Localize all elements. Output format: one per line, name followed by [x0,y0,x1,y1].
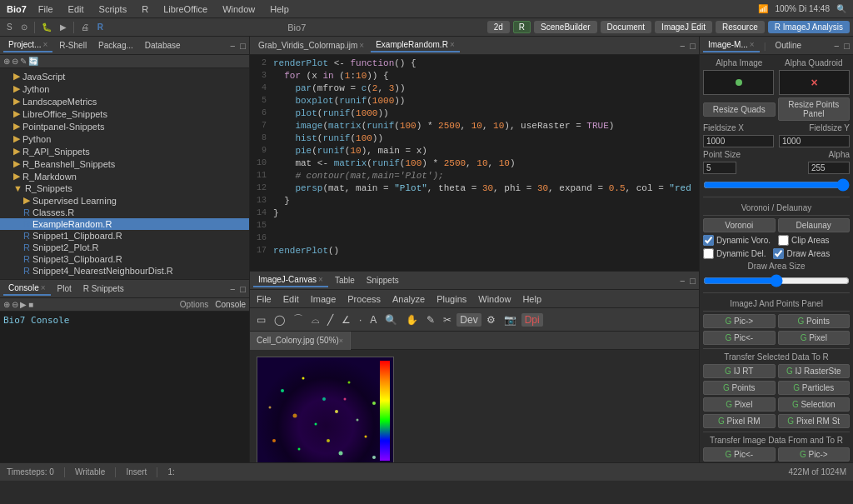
draw-area-slider[interactable] [703,274,850,287]
tree-item-r-beanshell[interactable]: ▶ R_Beanshell_Snippets [0,157,249,170]
tree-item-jython[interactable]: ▶ Jython [0,82,249,95]
ij-tool-dev[interactable]: Dev [456,313,481,327]
sys-btn-o[interactable]: ⊙ [17,22,31,32]
tab-example-random[interactable]: ExampleRandom.R × [371,38,460,52]
tree-item-r-snippets[interactable]: ▼ R_Snippets [0,182,249,194]
console-maximize[interactable]: □ [240,284,246,294]
ij-tool-pencil[interactable]: ✎ [423,312,438,327]
console-btn-2[interactable]: ⊖ [12,300,18,309]
sys-btn-print[interactable]: 🖨 [77,22,92,32]
tree-item-libreoffice[interactable]: ▶ LibreOffice_Snippets [0,107,249,120]
clip-areas-check[interactable] [778,235,789,246]
menu-scripts[interactable]: Scripts [92,2,134,16]
ij-tool-gear[interactable]: ⚙ [483,312,499,327]
ij-rasterste-btn[interactable]: G IJ RasterSte [778,364,851,378]
resize-quads-btn[interactable]: Resize Quads [703,102,776,117]
ij-menu-analyze[interactable]: Analyze [389,292,428,306]
menu-help[interactable]: Help [263,2,296,16]
menu-window[interactable]: Window [216,2,262,16]
tab-rshell[interactable]: R-Shell [54,39,92,52]
panel-minimize[interactable]: − [230,41,235,51]
console-options[interactable]: Options [180,300,208,309]
ij-tool-angle[interactable]: ∠ [338,312,354,327]
tab-image-m[interactable]: Image-M... × [703,38,760,52]
canvas-minimize[interactable]: − [680,276,685,286]
editor-maximize[interactable]: □ [690,41,696,51]
alpha-slider[interactable] [703,178,850,192]
console-btn-stop[interactable]: ■ [28,300,33,309]
tab-grab-viridis[interactable]: Grab_Viridis_Colormap.ijm × [253,39,369,52]
tab-document[interactable]: Document [601,21,652,33]
ij-tool-freehand[interactable]: ⌓ [308,312,322,327]
ij-menu-edit[interactable]: Edit [280,292,302,306]
tab-packag[interactable]: Packag... [93,39,138,52]
editor-minimize[interactable]: − [680,41,685,51]
tree-item-javascript[interactable]: ▶ JavaScript [0,70,249,82]
panel-maximize[interactable]: □ [240,41,246,51]
sys-btn-r[interactable]: R [94,22,107,32]
ij-tool-text[interactable]: A [367,312,380,327]
tab-database[interactable]: Database [140,39,186,52]
tree-item-supervised[interactable]: ▶ Supervised Learning [0,194,249,207]
alpha-input[interactable] [808,162,850,174]
right-minimize[interactable]: − [834,41,839,51]
draw-areas-check[interactable] [773,248,784,259]
pixel-rm-btn[interactable]: G Pixel RM [703,414,776,428]
tab-r-snippets[interactable]: R Snippets [78,282,129,295]
sys-btn-run[interactable]: ▶ [57,22,70,32]
tab-scenebuilder[interactable]: SceneBuilder [534,21,596,33]
fieldsize-y-input[interactable] [779,135,850,147]
particles-btn[interactable]: G Particles [778,381,851,395]
ij-rt-btn[interactable]: G IJ RT [703,364,776,378]
ij-menu-process[interactable]: Process [344,292,384,306]
ij-tool-point[interactable]: · [356,312,365,327]
point-size-input[interactable] [703,162,736,174]
ij-tool-camera[interactable]: 📷 [501,312,520,327]
tree-item-snippet1[interactable]: R Snippet1_Clipboard.R [0,230,249,242]
fieldsize-x-input[interactable] [703,135,774,147]
pic-left-btn[interactable]: G Pic<- [703,331,776,345]
ij-menu-file[interactable]: File [253,292,275,306]
sys-btn-bug[interactable]: 🐛 [38,22,55,32]
tab-snippets[interactable]: Snippets [362,274,404,287]
tree-item-landscapemetrics[interactable]: ▶ LandscapeMetrics [0,95,249,107]
ij-tool-oval[interactable]: ◯ [271,312,288,327]
ij-tool-poly[interactable]: ⌒ [290,311,307,328]
project-btn-1[interactable]: ⊕ [3,57,10,66]
right-maximize[interactable]: □ [844,41,850,51]
tab-outline[interactable]: Outline [771,39,807,52]
pic-left-2-btn[interactable]: G Pic<- [703,447,776,462]
tree-item-r-api[interactable]: ▶ R_API_Snippets [0,145,249,157]
canvas-maximize[interactable]: □ [690,276,696,286]
ij-menu-window[interactable]: Window [475,292,514,306]
points-btn-2[interactable]: G Points [703,381,776,395]
tab-2d[interactable]: 2d [487,21,510,33]
ij-tool-line[interactable]: ╱ [324,312,337,327]
menu-file[interactable]: File [32,2,60,16]
tab-console[interactable]: Console × [3,282,51,296]
tree-item-snippet2[interactable]: R Snippet2_Plot.R [0,242,249,253]
project-btn-4[interactable]: 🔄 [28,57,38,66]
tab-r-imagej[interactable]: R ImageJ Analysis [768,21,850,33]
project-btn-2[interactable]: ⊖ [12,57,18,66]
tab-resource[interactable]: Resource [716,21,765,33]
voronoi-btn[interactable]: Voronoi [703,218,776,232]
points-btn-1[interactable]: G Points [778,314,851,328]
ij-menu-plugins[interactable]: Plugins [433,292,470,306]
tab-project[interactable]: Project... × [3,38,52,52]
pic-right-2-btn[interactable]: G Pic-> [778,447,851,462]
menu-libreoffice[interactable]: LibreOffice [157,2,214,16]
menu-r[interactable]: R [135,2,155,16]
code-area[interactable]: 2renderPlot <- function() { 3 for (x in … [250,55,699,271]
tree-item-r-markdown[interactable]: ▶ R_Markdown [0,170,249,182]
ij-tool-rect[interactable]: ▭ [253,312,269,327]
tab-r[interactable]: R [513,21,531,33]
tree-item-snippet3[interactable]: R Snippet3_Clipboard.R [0,253,249,265]
selection-btn[interactable]: G Selection [778,397,851,412]
ij-tool-eraser[interactable]: ✂ [440,312,455,327]
tab-imagej-edit[interactable]: ImageJ Edit [655,21,712,33]
tab-table[interactable]: Table [330,274,360,287]
tree-item-classes[interactable]: R Classes.R [0,207,249,218]
pixel-btn-1[interactable]: G Pixel [778,331,851,345]
dynamic-voro-check[interactable] [703,235,714,246]
